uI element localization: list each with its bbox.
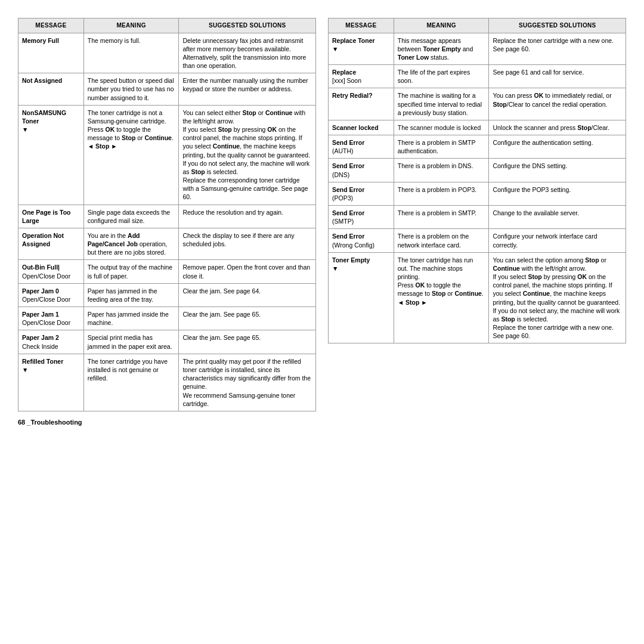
table-row: Send Error(Wrong Config)There is a probl… — [329, 229, 626, 252]
table-row: Send Error(POP3)There is a problem in PO… — [329, 182, 626, 205]
solutions-cell: Clear the jam. See page 65. — [179, 307, 316, 330]
page-container: MESSAGE MEANING SUGGESTED SOLUTIONS Memo… — [18, 18, 626, 426]
table-row: Send Error(AUTH)There is a problem in SM… — [329, 135, 626, 159]
message-cell: Scanner locked — [329, 120, 394, 135]
meaning-cell: Paper has jammed inside the machine. — [83, 307, 179, 330]
solutions-cell: Clear the jam. See page 64. — [179, 283, 316, 306]
table-row: Paper Jam 0Open/Close DoorPaper has jamm… — [18, 283, 316, 306]
left-table: MESSAGE MEANING SUGGESTED SOLUTIONS Memo… — [18, 18, 316, 411]
meaning-cell: The life of the part expires soon. — [394, 65, 489, 88]
left-table-section: MESSAGE MEANING SUGGESTED SOLUTIONS Memo… — [18, 18, 316, 426]
meaning-cell: There is a problem on the network interf… — [394, 229, 489, 252]
message-cell: Paper Jam 0Open/Close Door — [18, 283, 84, 306]
solutions-cell: See page 61 and call for service. — [489, 65, 626, 88]
solutions-cell: Replace the toner cartridge with a new o… — [489, 33, 626, 65]
left-header-solutions: SUGGESTED SOLUTIONS — [179, 18, 316, 33]
message-cell: Send Error(DNS) — [329, 159, 394, 182]
message-cell: Replace[xxx] Soon — [329, 65, 394, 88]
meaning-cell: The machine is waiting for a specified t… — [394, 88, 489, 120]
solutions-cell: Clear the jam. See page 65. — [179, 330, 316, 354]
right-header-solutions: SUGGESTED SOLUTIONS — [489, 18, 626, 33]
right-table: MESSAGE MEANING SUGGESTED SOLUTIONS Repl… — [328, 18, 626, 343]
page-footer: 68 _Troubleshooting — [18, 419, 316, 426]
table-row: Replace[xxx] SoonThe life of the part ex… — [329, 65, 626, 88]
solutions-cell: Reduce the resolution and try again. — [179, 205, 316, 228]
meaning-cell: The memory is full. — [83, 33, 179, 73]
table-row: Send Error(DNS)There is a problem in DNS… — [329, 159, 626, 182]
solutions-cell: Remove paper. Open the front cover and t… — [179, 260, 316, 283]
message-cell: Out-Bin Full|Open/Close Door — [18, 260, 84, 283]
message-cell: Retry Redial? — [329, 88, 394, 120]
table-row: One Page is Too LargeSingle page data ex… — [18, 205, 316, 228]
table-row: Out-Bin Full|Open/Close DoorThe output t… — [18, 260, 316, 283]
meaning-cell: You are in the Add Page/Cancel Job opera… — [83, 228, 179, 260]
solutions-cell: You can select either Stop or Continue w… — [179, 105, 316, 205]
solutions-cell: Configure the POP3 setting. — [489, 182, 626, 205]
solutions-cell: Enter the number manually using the numb… — [179, 73, 316, 106]
table-row: Send Error(SMTP)There is a problem in SM… — [329, 206, 626, 229]
table-row: Replace Toner▼This message appears betwe… — [329, 33, 626, 65]
message-cell: Operation Not Assigned — [18, 228, 84, 260]
right-header-message: MESSAGE — [329, 18, 394, 33]
table-row: Retry Redial?The machine is waiting for … — [329, 88, 626, 120]
meaning-cell: The output tray of the machine is full o… — [83, 260, 179, 283]
message-cell: Memory Full — [18, 33, 84, 73]
meaning-cell: There is a problem in SMTP authenticatio… — [394, 135, 489, 159]
meaning-cell: Single page data exceeds the configured … — [83, 205, 179, 228]
solutions-cell: Change to the available server. — [489, 206, 626, 229]
solutions-cell: You can press OK to immediately redial, … — [489, 88, 626, 120]
left-header-meaning: MEANING — [83, 18, 179, 33]
meaning-cell: There is a problem in POP3. — [394, 182, 489, 205]
table-row: Operation Not AssignedYou are in the Add… — [18, 228, 316, 260]
meaning-cell: This message appears between Toner Empty… — [394, 33, 489, 65]
meaning-cell: Special print media has jammed in the pa… — [83, 330, 179, 354]
table-row: NonSAMSUNG Toner▼The toner cartridge is … — [18, 105, 316, 205]
solutions-cell: Unlock the scanner and press Stop/Clear. — [489, 120, 626, 135]
table-row: Scanner lockedThe scanner module is lock… — [329, 120, 626, 135]
solutions-cell: You can select the option among Stop or … — [489, 252, 626, 343]
right-table-section: MESSAGE MEANING SUGGESTED SOLUTIONS Repl… — [328, 18, 626, 426]
message-cell: Not Assigned — [18, 73, 84, 106]
message-cell: Refilled Toner▼ — [18, 354, 84, 411]
solutions-cell: Configure your network interface card co… — [489, 229, 626, 252]
message-cell: Send Error(Wrong Config) — [329, 229, 394, 252]
table-row: Not AssignedThe speed button or speed di… — [18, 73, 316, 106]
right-header-meaning: MEANING — [394, 18, 489, 33]
message-cell: Replace Toner▼ — [329, 33, 394, 65]
message-cell: Send Error(SMTP) — [329, 206, 394, 229]
table-row: Toner Empty▼The toner cartridge has run … — [329, 252, 626, 343]
meaning-cell: The speed button or speed dial number yo… — [83, 73, 179, 106]
message-cell: NonSAMSUNG Toner▼ — [18, 105, 84, 205]
left-header-message: MESSAGE — [18, 18, 84, 33]
meaning-cell: The toner cartridge is not a Samsung-gen… — [83, 105, 179, 205]
solutions-cell: Delete unnecessary fax jobs and retransm… — [179, 33, 316, 73]
table-row: Memory FullThe memory is full.Delete unn… — [18, 33, 316, 73]
message-cell: Send Error(POP3) — [329, 182, 394, 205]
message-cell: Toner Empty▼ — [329, 252, 394, 343]
table-row: Paper Jam 1Open/Close DoorPaper has jamm… — [18, 307, 316, 330]
meaning-cell: Paper has jammed in the feeding area of … — [83, 283, 179, 306]
solutions-cell: Configure the authentication setting. — [489, 135, 626, 159]
table-row: Refilled Toner▼The toner cartridge you h… — [18, 354, 316, 411]
message-cell: Send Error(AUTH) — [329, 135, 394, 159]
meaning-cell: The toner cartridge has run out. The mac… — [394, 252, 489, 343]
message-cell: Paper Jam 2Check Inside — [18, 330, 84, 354]
solutions-cell: Check the display to see if there are an… — [179, 228, 316, 260]
meaning-cell: There is a problem in DNS. — [394, 159, 489, 182]
meaning-cell: The scanner module is locked — [394, 120, 489, 135]
meaning-cell: The toner cartridge you have installed i… — [83, 354, 179, 411]
solutions-cell: The print quality may get poor if the re… — [179, 354, 316, 411]
meaning-cell: There is a problem in SMTP. — [394, 206, 489, 229]
message-cell: One Page is Too Large — [18, 205, 84, 228]
table-row: Paper Jam 2Check InsideSpecial print med… — [18, 330, 316, 354]
solutions-cell: Configure the DNS setting. — [489, 159, 626, 182]
message-cell: Paper Jam 1Open/Close Door — [18, 307, 84, 330]
